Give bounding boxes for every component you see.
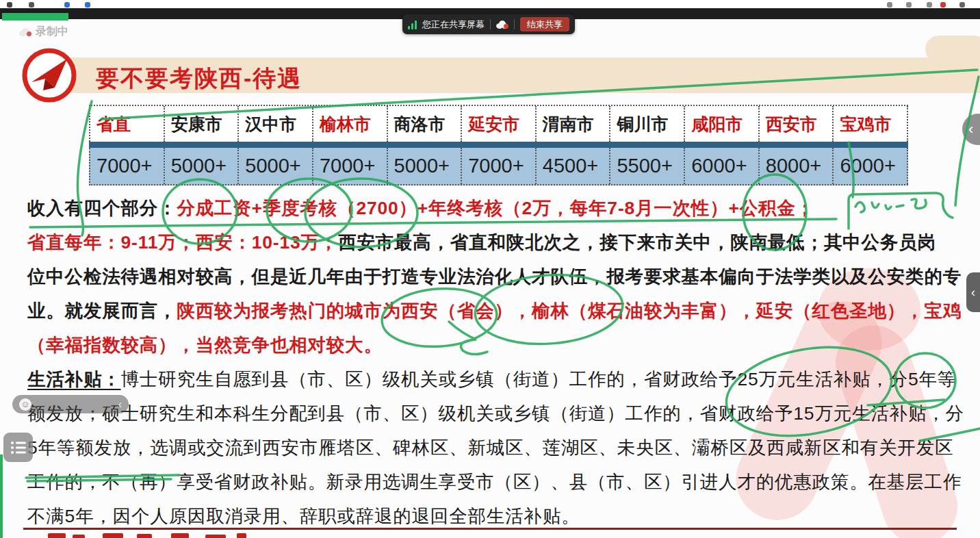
text-segment: 博士研究生自愿到县（市、区）级机关或乡镇（街道）工作的，省财政给予25万元生活补…	[121, 369, 957, 389]
corner-deco	[925, 36, 980, 63]
table-city-header: 铜川市	[610, 106, 685, 142]
table-salary-value: 6000+	[834, 148, 908, 184]
body-text-line: （幸福指数较高），当然竞争也相对较大。	[27, 328, 966, 362]
text-segment: 工作的，不（再）享受省财政补贴。新录用选调生享受市（区）、县（市、区）引进人才的…	[27, 472, 962, 492]
body-text-line: 省直每年：9-11万；西安：10-13万；西安市最高，省直和陕北次之，接下来市关…	[27, 225, 966, 259]
shared-screen: 您正在共享屏幕 结束共享 录制中 要不要考陕西-待遇	[0, 0, 980, 538]
text-segment: 生活补贴：	[27, 369, 121, 389]
table-value-row: 7000+5000+5000+7000+5000+7000+4500+5500+…	[89, 148, 908, 185]
text-segment: 省直每年：9-11万；西安：10-13万；	[27, 232, 338, 253]
slide-body-text: 收入有四个部分：分成工资+季度考核（2700）+年终考核（2万，每年7-8月一次…	[27, 191, 966, 533]
body-text-line: 位中公检法待遇相对较高，但是近几年由于打造专业法治化人才队伍，报考要求基本偏向于…	[27, 259, 966, 294]
table-city-header: 汉中市	[239, 106, 313, 142]
table-city-header: 商洛市	[388, 106, 463, 142]
table-salary-value: 5500+	[610, 148, 685, 184]
page-title: 要不要考陕西-待遇	[96, 63, 302, 94]
toolbar-icon[interactable]	[64, 2, 70, 8]
recording-badge: 录制中	[19, 25, 68, 39]
share-border-left	[0, 454, 3, 538]
text-segment: 分成工资+季度考核（2700）+年终考核（2万，每年7-8月一次性）+公积金；	[177, 198, 814, 218]
table-city-header: 延安市	[462, 106, 537, 142]
text-segment: 额发放；硕士研究生和本科生分配到县（市、区）级机关或乡镇（街道）工作的，省财政给…	[27, 403, 964, 424]
signal-icon	[408, 20, 417, 29]
text-segment: 位中公检法待遇相对较高，但是近几年由于打造专业法治化人才队伍，报考要求基本偏向于…	[27, 266, 962, 287]
table-city-header: 渭南市	[537, 106, 611, 142]
table-city-header: 榆林市	[313, 106, 388, 142]
table-header-row: 省直安康市汉中市榆林市商洛市延安市渭南市铜川市咸阳市西安市宝鸡市	[89, 105, 908, 142]
table-city-header: 安康市	[165, 106, 240, 142]
toolbar-icon[interactable]	[940, 2, 946, 8]
outline-list-button[interactable]	[3, 433, 33, 462]
collapse-panel-button[interactable]: ‹	[962, 114, 980, 145]
red-underline-rule	[23, 528, 957, 530]
cloud-recording-icon[interactable]	[496, 21, 508, 29]
table-city-header: 咸阳市	[685, 106, 760, 142]
body-text-line: 生活补贴：博士研究生自愿到县（市、区）级机关或乡镇（街道）工作的，省财政给予25…	[27, 362, 966, 396]
recording-cloud-icon	[19, 28, 31, 36]
salary-table: 省直安康市汉中市榆林市商洛市延安市渭南市铜川市咸阳市西安市宝鸡市 7000+50…	[89, 105, 908, 185]
table-salary-value: 5000+	[239, 148, 313, 184]
table-salary-value: 7000+	[313, 148, 388, 184]
toolbar-icon[interactable]	[7, 2, 12, 8]
toolbar-icon[interactable]	[887, 2, 892, 8]
text-segment: 西安市最高，省直和陕北次之，接下来市关中，陕南最低；其中公务员岗	[338, 232, 936, 253]
body-text-line: 额发放；硕士研究生和本科生分配到县（市、区）级机关或乡镇（街道）工作的，省财政给…	[27, 396, 966, 431]
table-separator-bar	[89, 142, 908, 148]
table-salary-value: 7000+	[90, 148, 165, 184]
text-segment: 业。就发展而言，	[27, 300, 177, 321]
text-segment: 收入有四个部分：	[27, 198, 177, 218]
side-tab-button[interactable]: ‹	[966, 272, 980, 312]
text-segment: （幸福指数较高），当然竞争也相对较大。	[27, 335, 383, 355]
app-top-toolbar	[0, 0, 980, 8]
body-text-line: 业。就发展而言，陕西较为报考热门的城市为西安（省会），榆林（煤石油较为丰富），延…	[27, 294, 966, 328]
table-salary-value: 7000+	[462, 148, 537, 184]
table-salary-value: 6000+	[685, 148, 760, 184]
body-text-line: 工作的，不（再）享受省财政补贴。新录用选调生享受市（区）、县（市、区）引进人才的…	[27, 465, 966, 499]
divider	[490, 19, 491, 29]
table-city-header: 西安市	[760, 106, 834, 142]
emoji-icon[interactable]: ☺	[19, 398, 31, 411]
divider	[514, 19, 515, 29]
chat-input-overlay[interactable]: ☺ ‹	[12, 395, 129, 413]
recording-label: 录制中	[36, 25, 68, 39]
table-city-header: 宝鸡市	[834, 106, 908, 142]
body-text-line: 收入有四个部分：分成工资+季度考核（2700）+年终考核（2万，每年7-8月一次…	[27, 191, 966, 225]
table-salary-value: 8000+	[760, 148, 834, 184]
table-salary-value: 4500+	[537, 148, 611, 184]
share-border-segment	[2, 13, 68, 21]
table-salary-value: 5000+	[165, 148, 240, 184]
toolbar-icon[interactable]	[29, 2, 34, 8]
toolbar-icon[interactable]	[927, 2, 932, 8]
paper-plane-icon	[16, 47, 82, 107]
text-segment: 陕西较为报考热门的城市为西安（省会），榆林（煤石油较为丰富），延安（红色圣地），…	[177, 300, 962, 321]
table-city-header: 省直	[90, 106, 165, 142]
table-salary-value: 5000+	[388, 148, 463, 184]
toolbar-icon[interactable]	[85, 2, 90, 8]
toolbar-icon[interactable]	[906, 2, 912, 8]
chevron-left-icon[interactable]: ‹	[118, 398, 122, 411]
toolbar-icon[interactable]	[959, 2, 965, 8]
sharing-status-text: 您正在共享屏幕	[422, 18, 485, 31]
text-segment: 不满5年，因个人原因取消录用、辞职或辞退的退回全部生活补贴。	[27, 506, 580, 526]
end-share-button[interactable]: 结束共享	[520, 17, 569, 31]
text-segment: 5年等额发放，选调或交流到西安市雁塔区、碑林区、新城区、莲湖区、未央区、灞桥区及…	[27, 437, 953, 458]
screen-share-banner: 您正在共享屏幕 结束共享	[402, 14, 575, 34]
body-text-line: 5年等额发放，选调或交流到西安市雁塔区、碑林区、新城区、莲湖区、未央区、灞桥区及…	[27, 431, 966, 465]
